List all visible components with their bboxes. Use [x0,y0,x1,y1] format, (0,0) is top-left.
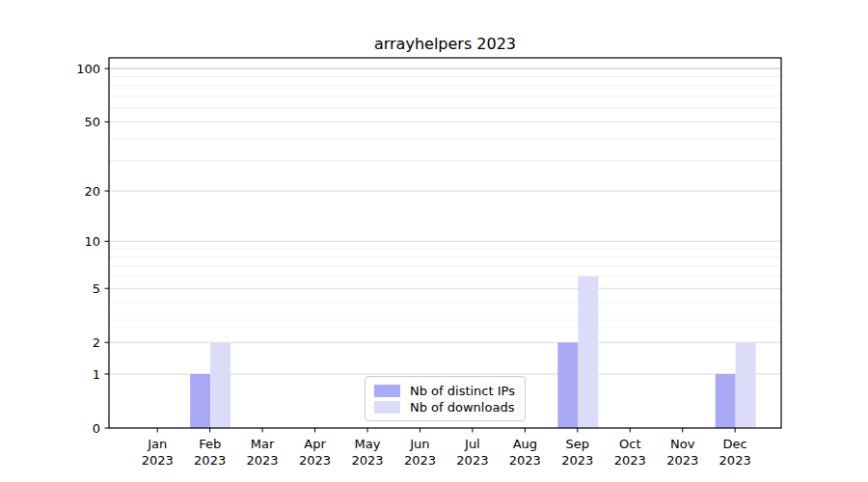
x-tick-label-month-nov: Nov [670,437,695,451]
x-tick-label-year-may: 2023 [351,453,383,468]
y-tick-label-50: 50 [84,115,100,129]
bar-distinct-ips-dec-2023 [716,374,736,428]
x-tick-label-year-dec: 2023 [719,453,751,468]
x-tick-label-month-sep: Sep [566,437,590,451]
x-tick-label-year-mar: 2023 [247,453,279,468]
bar-distinct-ips-feb-2023 [190,374,210,428]
chart-figure: arrayhelpers 2023 0125102050100Jan2023Fe… [0,0,868,482]
x-tick-label-year-feb: 2023 [194,453,226,468]
x-tick-label-month-aug: Aug [513,437,537,451]
y-tick-label-20: 20 [84,184,100,199]
bar-downloads-sep-2023 [578,277,598,428]
legend-swatch-distinct-ips [374,385,400,397]
x-tick-label-month-oct: Oct [619,437,640,451]
x-tick-label-year-jan: 2023 [142,453,174,468]
plot-border [109,58,781,428]
legend-entry-downloads: Nb of downloads [374,400,516,415]
x-tick-label-year-nov: 2023 [666,453,698,468]
x-tick-label-month-jan: Jan [147,437,167,451]
legend-label-distinct-ips: Nb of distinct IPs [410,384,515,398]
y-tick-label-100: 100 [76,62,100,76]
y-tick-label-5: 5 [93,281,100,296]
x-tick-label-year-sep: 2023 [561,453,593,468]
x-tick-label-month-may: May [355,437,381,451]
x-tick-label-month-mar: Mar [251,437,275,451]
x-tick-label-month-apr: Apr [304,437,326,451]
legend-entry-distinct-ips: Nb of distinct IPs [374,384,516,398]
y-tick-label-10: 10 [84,234,100,249]
legend: Nb of distinct IPs Nb of downloads [365,376,526,421]
x-tick-label-year-apr: 2023 [299,453,331,468]
bar-downloads-feb-2023 [210,342,231,428]
legend-label-downloads: Nb of downloads [410,400,514,415]
y-tick-label-2: 2 [93,335,100,350]
bar-downloads-dec-2023 [736,342,756,428]
y-tick-label-1: 1 [93,367,100,382]
x-tick-label-year-jun: 2023 [404,453,436,468]
x-tick-label-year-oct: 2023 [614,453,646,468]
x-tick-label-month-jun: Jun [409,437,429,451]
legend-swatch-downloads [374,401,400,414]
bar-distinct-ips-sep-2023 [557,342,578,428]
x-tick-label-month-jul: Jul [464,437,480,451]
x-tick-label-month-feb: Feb [199,437,221,451]
x-tick-label-month-dec: Dec [723,437,747,451]
y-tick-label-0: 0 [93,421,100,436]
x-tick-label-year-jul: 2023 [456,453,488,468]
x-tick-label-year-aug: 2023 [509,453,541,468]
